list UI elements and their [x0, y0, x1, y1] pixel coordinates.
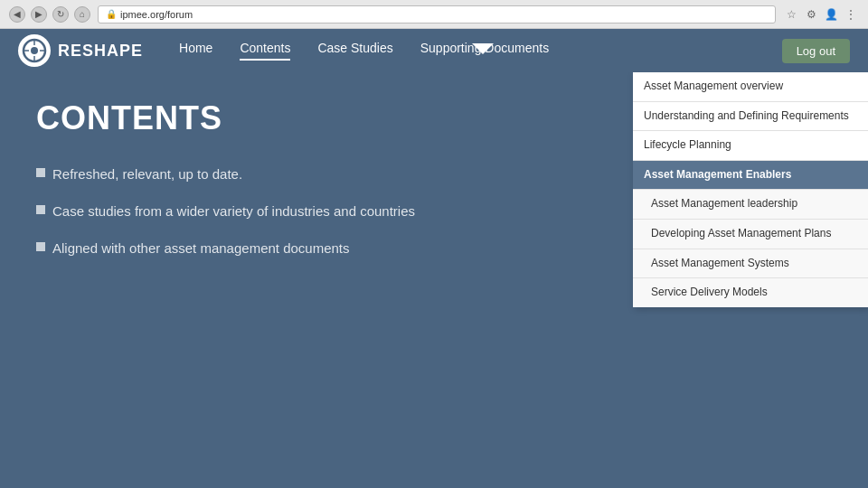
svg-point-5 — [31, 47, 38, 54]
bullet-square-1 — [36, 168, 45, 177]
bullet-text-2: Case studies from a wider variety of ind… — [52, 202, 415, 221]
menu-icon[interactable]: ⋮ — [843, 6, 859, 23]
browser-bar: ◀ ▶ ↻ ⌂ 🔒 ipmee.org/forum ☆ ⚙ 👤 ⋮ — [0, 0, 868, 29]
menu-item-1[interactable]: Understanding and Defining Requirements — [633, 102, 868, 132]
menu-item-6[interactable]: Asset Management Systems — [633, 249, 868, 279]
logo-text: RESHAPE — [58, 42, 143, 61]
extensions-icon[interactable]: ⚙ — [803, 6, 819, 23]
navbar: RESHAPE Home Contents Case Studies Suppo… — [0, 29, 868, 72]
browser-actions: ☆ ⚙ 👤 ⋮ — [783, 6, 859, 23]
menu-item-3[interactable]: Asset Management Enablers — [633, 161, 868, 191]
menu-item-5[interactable]: Developing Asset Management Plans — [633, 220, 868, 249]
logo-svg — [22, 38, 47, 63]
bullet-square-2 — [36, 205, 45, 214]
bullet-item-2: Case studies from a wider variety of ind… — [36, 202, 597, 221]
menu-item-0[interactable]: Asset Management overview — [633, 72, 868, 102]
menu-item-7[interactable]: Service Delivery Models — [633, 278, 868, 307]
menu-item-2[interactable]: Lifecycle Planning — [633, 131, 868, 161]
home-button[interactable]: ⌂ — [74, 6, 90, 23]
dropdown-arrow — [472, 43, 494, 54]
bullet-square-3 — [36, 242, 45, 251]
logo-area: RESHAPE — [18, 34, 143, 67]
lock-icon: 🔒 — [106, 9, 117, 19]
profile-icon[interactable]: 👤 — [823, 6, 839, 23]
right-panel: Asset Management overviewUnderstanding a… — [633, 72, 868, 488]
dropdown-menu: Asset Management overviewUnderstanding a… — [633, 72, 868, 307]
bullet-item-1: Refreshed, relevant, up to date. — [36, 164, 597, 183]
address-bar[interactable]: 🔒 ipmee.org/forum — [98, 5, 776, 23]
left-panel: CONTENTS Refreshed, relevant, up to date… — [0, 72, 633, 488]
back-button[interactable]: ◀ — [9, 6, 25, 23]
bullet-text-1: Refreshed, relevant, up to date. — [52, 164, 242, 183]
main-content: CONTENTS Refreshed, relevant, up to date… — [0, 72, 868, 488]
star-icon[interactable]: ☆ — [783, 6, 799, 23]
bullet-text-3: Aligned with other asset management docu… — [52, 239, 350, 258]
url-text: ipmee.org/forum — [120, 9, 193, 20]
nav-contents[interactable]: Contents — [240, 41, 290, 61]
forward-button[interactable]: ▶ — [31, 6, 47, 23]
browser-controls: ◀ ▶ ↻ ⌂ — [9, 6, 90, 23]
bullet-list: Refreshed, relevant, up to date. Case st… — [36, 164, 597, 258]
page-heading: CONTENTS — [36, 99, 597, 137]
refresh-button[interactable]: ↻ — [52, 6, 69, 23]
menu-item-4[interactable]: Asset Management leadership — [633, 190, 868, 220]
nav-home[interactable]: Home — [179, 41, 212, 61]
nav-case-studies[interactable]: Case Studies — [317, 41, 392, 61]
logout-button[interactable]: Log out — [782, 39, 850, 63]
logo-circle — [18, 34, 51, 67]
bullet-item-3: Aligned with other asset management docu… — [36, 239, 597, 258]
